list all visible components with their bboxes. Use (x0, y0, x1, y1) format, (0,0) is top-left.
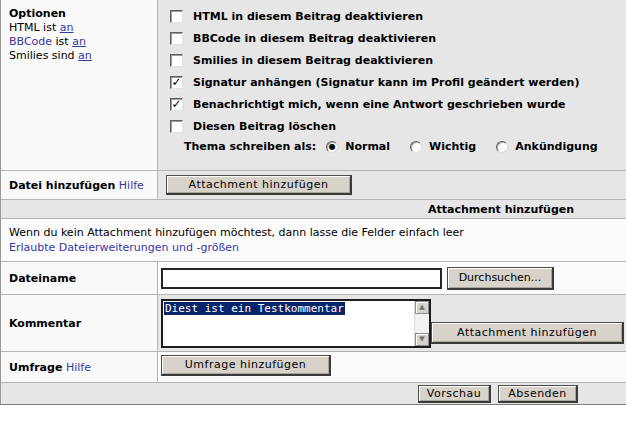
attachment-panel-title: Attachment hinzufügen (428, 200, 574, 219)
attachment-add-button-comment[interactable]: Attachment hinzufügen (431, 322, 624, 344)
comment-row: Kommentar Diest ist ein Testkommentar ▲ … (1, 295, 626, 352)
options-title: Optionen (9, 7, 157, 21)
filename-label: Dateiname (9, 272, 76, 285)
checkbox-row-html: HTML in diesem Beitrag deaktivieren (170, 5, 626, 27)
attachment-help-link[interactable]: Hilfe (119, 179, 144, 192)
post-as-radio-group: Thema schreiben als: ● Normal Wichtig An… (184, 140, 626, 153)
filename-row: Dateiname Durchsuchen... (1, 262, 626, 295)
checkbox-delete-post[interactable] (170, 120, 183, 133)
attachment-add-button[interactable]: Attachment hinzufügen (166, 175, 352, 195)
filename-input-cell: Durchsuchen... (158, 262, 626, 294)
checkbox-label-bbcode[interactable]: BBCode in diesem Beitrag deaktivieren (193, 32, 436, 45)
bbcode-status-line: BBCode ist an (9, 35, 157, 49)
allowed-extensions-link[interactable]: Erlaubte Dateierweiterungen und -größen (9, 241, 239, 254)
checkbox-notify-reply[interactable]: ✓ (170, 98, 183, 111)
add-file-label-cell: Datei hinzufügen Hilfe (1, 171, 158, 199)
post-form-screen: Optionen HTML ist an BBCode ist an Smili… (0, 0, 626, 429)
poll-label-cell: Umfrage Hilfe (1, 352, 158, 382)
scroll-up-icon[interactable]: ▲ (415, 301, 429, 314)
checkbox-row-delete: Diesen Beitrag löschen (170, 115, 626, 137)
checkbox-disable-html[interactable] (170, 10, 183, 23)
checkbox-row-bbcode: BBCode in diesem Beitrag deaktivieren (170, 27, 626, 49)
form-table: Optionen HTML ist an BBCode ist an Smili… (0, 0, 626, 405)
attachment-info-row: Wenn du kein Attachment hinzufügen möcht… (1, 219, 626, 262)
smilies-status-line: Smilies sind an (9, 49, 157, 63)
comment-label: Kommentar (9, 317, 81, 330)
radio-label-wichtig[interactable]: Wichtig (429, 140, 476, 153)
footer-row: Vorschau Absenden (1, 383, 626, 405)
checkbox-label-signature[interactable]: Signatur anhängen (Signatur kann im Prof… (193, 76, 579, 89)
poll-row: Umfrage Hilfe Umfrage hinzufügen (1, 352, 626, 383)
poll-button-cell: Umfrage hinzufügen (158, 352, 626, 382)
comment-textarea[interactable]: Diest ist ein Testkommentar ▲ ▼ (161, 299, 431, 348)
add-file-row: Datei hinzufügen Hilfe Attachment hinzuf… (1, 171, 626, 200)
radio-wichtig[interactable] (410, 141, 422, 153)
submit-button[interactable]: Absenden (498, 385, 578, 403)
bbcode-status-link[interactable]: an (72, 35, 86, 48)
comment-selected-text: Diest ist ein Testkommentar (164, 302, 345, 315)
comment-scrollbar[interactable]: ▲ ▼ (414, 301, 429, 346)
smilies-status-link[interactable]: an (78, 49, 92, 62)
options-label-cell: Optionen HTML ist an BBCode ist an Smili… (1, 0, 158, 170)
comment-text-area-content: Diest ist ein Testkommentar (163, 301, 414, 346)
checkbox-attach-signature[interactable]: ✓ (170, 76, 183, 89)
poll-help-link[interactable]: Hilfe (66, 361, 91, 374)
checkbox-disable-smilies[interactable] (170, 54, 183, 67)
filename-label-cell: Dateiname (1, 262, 158, 294)
poll-label: Umfrage (9, 361, 62, 374)
add-file-button-cell: Attachment hinzufügen (158, 171, 626, 199)
html-status-line: HTML ist an (9, 21, 157, 35)
radio-normal[interactable]: ● (326, 141, 338, 153)
comment-cell: Diest ist ein Testkommentar ▲ ▼ Attachme… (158, 295, 626, 351)
checkbox-row-notify: ✓ Benachrichtigt mich, wenn eine Antwort… (170, 93, 626, 115)
radio-label-ankuendigung[interactable]: Ankündigung (515, 140, 597, 153)
html-status-link[interactable]: an (60, 21, 74, 34)
checkbox-row-signature: ✓ Signatur anhängen (Signatur kann im Pr… (170, 71, 626, 93)
options-row: Optionen HTML ist an BBCode ist an Smili… (1, 0, 626, 171)
bbcode-link[interactable]: BBCode (9, 35, 52, 48)
preview-button[interactable]: Vorschau (418, 385, 491, 403)
radio-ankuendigung[interactable] (496, 141, 508, 153)
attachment-info-text: Wenn du kein Attachment hinzufügen möcht… (9, 225, 626, 240)
checkbox-label-delete[interactable]: Diesen Beitrag löschen (193, 120, 336, 133)
poll-add-button[interactable]: Umfrage hinzufügen (161, 355, 331, 376)
post-as-label: Thema schreiben als: (184, 140, 316, 153)
options-checkbox-cell: HTML in diesem Beitrag deaktivieren BBCo… (158, 0, 626, 170)
radio-label-normal[interactable]: Normal (345, 140, 390, 153)
scroll-down-icon[interactable]: ▼ (415, 333, 429, 346)
filename-input[interactable] (161, 268, 442, 289)
checkbox-disable-bbcode[interactable] (170, 32, 183, 45)
checkbox-label-notify[interactable]: Benachrichtigt mich, wenn eine Antwort g… (193, 98, 566, 111)
add-file-label: Datei hinzufügen (9, 179, 115, 192)
checkbox-row-smilies: Smilies in diesem Beitrag deaktivieren (170, 49, 626, 71)
browse-button[interactable]: Durchsuchen... (447, 267, 554, 290)
attachment-panel-header: Attachment hinzufügen (1, 200, 626, 219)
checkbox-label-smilies[interactable]: Smilies in diesem Beitrag deaktivieren (193, 54, 433, 67)
comment-label-cell: Kommentar (1, 295, 158, 351)
checkbox-label-html[interactable]: HTML in diesem Beitrag deaktivieren (193, 10, 423, 23)
